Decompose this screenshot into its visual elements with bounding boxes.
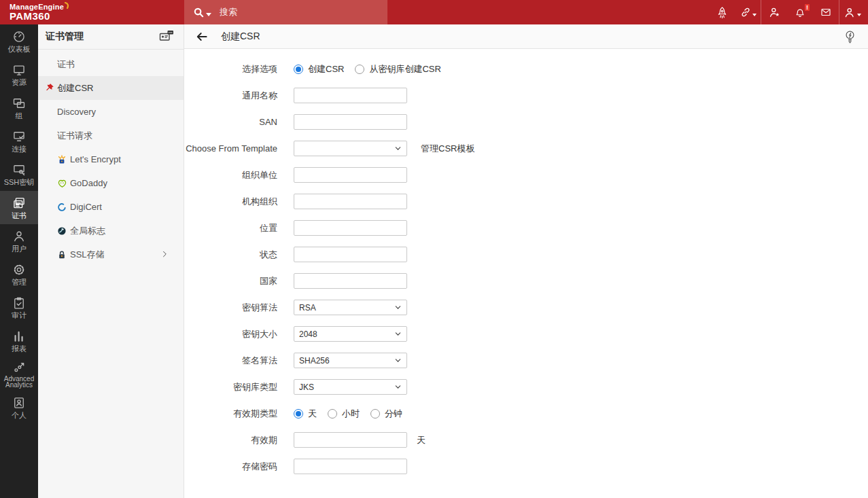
field-label: 状态 [184,249,294,261]
key-size-select[interactable]: 2048 [294,326,407,342]
certificates-submenu: 证书管理 证书 创建CSR Discovery 证书请求 Let's Encry… [38,24,184,498]
radio-create-csr-from-keystore[interactable]: 从密钥库创建CSR [355,63,440,75]
country-input[interactable] [294,273,407,289]
groups-icon [12,96,26,110]
search-scope-caret-icon[interactable] [206,13,211,16]
radio-minutes[interactable]: 分钟 [370,408,402,420]
nav-rail: 仪表板 资源 组 连接 SSH密钥 证书 用户 管理 审计 报表 Advance… [0,24,38,498]
submenu-item-ssl-store[interactable]: SSL存储 [38,243,184,266]
store-password-input[interactable] [294,459,407,474]
dashboard-icon [12,30,26,43]
bell-icon[interactable]: ! [787,0,813,24]
field-label: 密钥大小 [184,328,294,340]
location-input[interactable] [294,220,407,236]
submenu-item-create-csr[interactable]: 创建CSR [38,76,184,100]
submenu-item-discovery[interactable]: Discovery [38,100,184,124]
manage-csr-templates-link[interactable]: 管理CSR模板 [421,143,474,155]
search-icon[interactable] [193,7,205,18]
field-label: 选择选项 [184,63,294,75]
sidebar-item-users[interactable]: 用户 [0,224,38,257]
sidebar-item-admin[interactable]: 管理 [0,257,38,291]
submenu-item-digicert[interactable]: DigiCert [38,195,184,219]
sidebar-item-dashboard[interactable]: 仪表板 [0,24,38,58]
form-row-validity-type: 有效期类型 天 小时 分钟 [184,406,868,421]
sidebar-item-advanced-analytics[interactable]: AdvancedAnalytics [0,357,38,391]
sidebar-item-audit[interactable]: 审计 [0,291,38,324]
key-algorithm-select[interactable]: RSA [294,300,407,315]
certificates-icon [12,196,26,210]
chevron-down-icon [394,383,402,391]
back-button[interactable] [192,27,211,46]
sidebar-item-connections[interactable]: 连接 [0,124,38,158]
field-label: 通用名称 [184,90,294,102]
global-flag-icon [57,226,67,236]
chevron-down-icon [394,330,402,338]
validity-input[interactable] [294,432,407,448]
san-input[interactable] [294,114,407,130]
brand-product: PAM360 [10,11,184,22]
signature-algorithm-select[interactable]: SHA256 [294,353,407,368]
link-icon[interactable] [735,0,761,24]
brand-logo[interactable]: ManageEngine PAM360 [0,0,184,24]
submenu-header: 证书管理 [38,24,184,50]
link-caret-icon [752,14,757,16]
form-row-template: Choose From Template 管理CSR模板 [184,141,868,156]
radio-icon[interactable] [294,65,303,74]
template-select[interactable] [294,141,407,156]
pin-icon [45,83,54,92]
user-star-icon[interactable] [761,0,787,24]
common-name-input[interactable] [294,88,407,103]
field-label: 位置 [184,222,294,234]
submenu-list: 证书 创建CSR Discovery 证书请求 Let's Encrypt Go… [38,50,184,266]
cert-chat-card-icon[interactable] [159,30,174,44]
submenu-item-cert-requests[interactable]: 证书请求 [38,124,184,147]
sidebar-item-groups[interactable]: 组 [0,91,38,124]
user-icon[interactable] [839,0,865,24]
submenu-item-lets-encrypt[interactable]: Let's Encrypt [38,147,184,171]
sidebar-item-resources[interactable]: 资源 [0,58,38,91]
global-search[interactable]: 搜索 [184,0,387,24]
create-csr-form: 选择选项 创建CSR 从密钥库创建CSR 通用名称 SAN Choose Fro… [184,49,868,474]
submenu-item-global-flag[interactable]: 全局标志 [38,219,184,243]
radio-create-csr[interactable]: 创建CSR [294,63,344,75]
keystore-type-select[interactable]: JKS [294,379,407,395]
choose-option-radio-group: 创建CSR 从密钥库创建CSR [294,63,452,75]
resources-icon [12,63,26,77]
sidebar-item-certificates[interactable]: 证书 [0,191,38,224]
notification-badge: ! [805,4,810,11]
org-unit-input[interactable] [294,167,407,183]
state-input[interactable] [294,247,407,262]
connections-icon [12,130,26,143]
field-label: 有效期 [184,434,294,446]
main-content: 创建CSR 选择选项 创建CSR 从密钥库创建CSR 通用名称 [184,24,868,498]
organization-input[interactable] [294,194,407,209]
radio-icon[interactable] [355,65,364,74]
audit-icon [12,296,26,310]
validity-unit-suffix: 天 [417,434,426,446]
form-row-san: SAN [184,114,868,130]
sidebar-item-reports[interactable]: 报表 [0,324,38,357]
search-input[interactable]: 搜索 [220,6,237,18]
submenu-item-certificates[interactable]: 证书 [38,52,184,76]
topbar-actions: ! [709,0,868,24]
admin-icon [12,263,26,277]
sidebar-item-personal[interactable]: 个人 [0,391,38,424]
sidebar-item-ssh-keys[interactable]: SSH密钥 [0,158,38,191]
radio-icon[interactable] [328,409,337,419]
radio-icon[interactable] [294,409,303,419]
help-tips-button[interactable] [844,30,856,43]
mail-icon[interactable] [813,0,839,24]
radio-hours[interactable]: 小时 [328,408,360,420]
rocket-icon[interactable] [709,0,735,24]
field-label: 签名算法 [184,355,294,367]
ssl-store-icon [57,250,67,260]
chevron-down-icon [394,304,402,311]
reports-icon [12,330,26,343]
field-label: 有效期类型 [184,408,294,420]
radio-icon[interactable] [370,409,380,419]
lets-encrypt-icon [57,155,67,164]
submenu-item-godaddy[interactable]: GoDaddy [38,171,184,195]
users-icon [12,230,26,243]
back-arrow-icon [195,30,209,43]
radio-days[interactable]: 天 [294,408,317,420]
